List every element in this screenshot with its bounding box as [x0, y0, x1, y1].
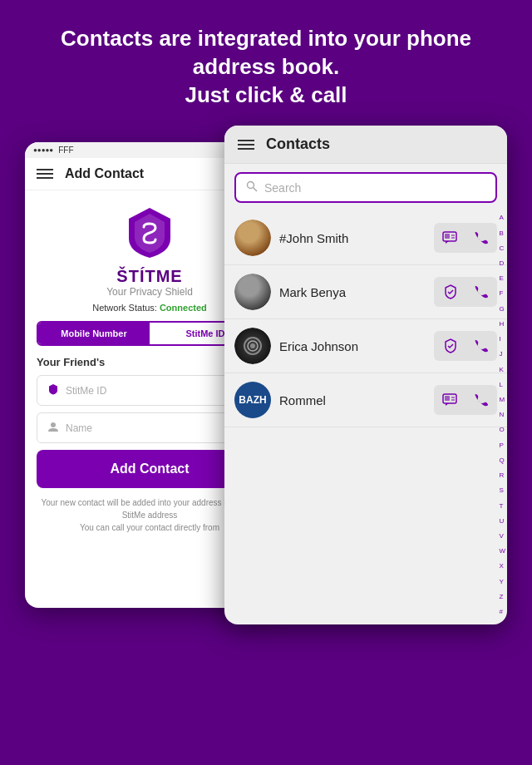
header-title: Contacts are integrated into your phone … — [61, 26, 471, 107]
shield-icon — [439, 280, 462, 304]
network-status-label: Network Status: — [92, 303, 157, 313]
right-phone: Contacts Search #John Smith — [224, 126, 507, 624]
contact-actions — [434, 385, 497, 415]
alpha-g[interactable]: G — [499, 306, 505, 313]
friends-label: Your Friend's — [37, 356, 105, 368]
alpha-n[interactable]: N — [499, 412, 505, 418]
alpha-r[interactable]: R — [499, 472, 505, 479]
search-placeholder: Search — [264, 181, 301, 195]
svg-point-9 — [250, 343, 255, 348]
phones-container: ●●●●● FFF ☁ 100% ▮ Add Contact — [25, 126, 507, 658]
call-button[interactable] — [469, 280, 492, 304]
svg-point-1 — [248, 182, 254, 189]
svg-rect-4 — [445, 234, 450, 239]
bazh-badge: BAZH — [234, 382, 271, 418]
call-button[interactable] — [469, 388, 492, 412]
person-icon — [47, 421, 59, 435]
list-item: Erica Johnson — [224, 319, 507, 373]
alpha-d[interactable]: D — [499, 260, 505, 267]
left-nav-title: Add Contact — [65, 166, 144, 181]
call-button[interactable] — [469, 334, 492, 358]
status-dots: ●●●●● FFF — [33, 146, 74, 155]
chat-button[interactable] — [439, 226, 462, 249]
avatar-image-john — [234, 220, 271, 256]
shield-icon — [439, 334, 462, 358]
alpha-z[interactable]: Z — [499, 594, 505, 600]
contact-actions — [434, 277, 497, 307]
avatar-image-erica — [234, 328, 271, 364]
contacts-list: #John Smith — [224, 211, 507, 619]
svg-point-0 — [51, 422, 56, 427]
avatar — [234, 220, 271, 256]
alpha-a[interactable]: A — [499, 215, 505, 221]
chat-button[interactable] — [439, 388, 462, 412]
alpha-e[interactable]: E — [499, 275, 505, 282]
contacts-title: Contacts — [266, 136, 330, 153]
call-button[interactable] — [469, 226, 492, 249]
hamburger-line — [238, 148, 254, 150]
svg-rect-11 — [445, 396, 450, 401]
avatar — [234, 274, 271, 310]
network-status: Network Status: Connected — [92, 303, 207, 313]
svg-line-2 — [254, 188, 258, 192]
contact-actions — [434, 223, 497, 253]
alpha-j[interactable]: J — [499, 351, 505, 358]
alpha-m[interactable]: M — [499, 397, 505, 403]
hamburger-menu-right[interactable] — [238, 140, 254, 150]
alpha-o[interactable]: O — [499, 427, 505, 433]
hamburger-line — [37, 173, 53, 175]
list-item: #John Smith — [224, 211, 507, 265]
name-placeholder: Name — [66, 422, 92, 434]
alpha-hash[interactable]: # — [499, 609, 505, 615]
stitme-placeholder: StitMe ID — [66, 385, 106, 397]
app-tagline: Your Privacy Shield — [106, 286, 193, 298]
avatar — [234, 328, 271, 364]
alpha-y[interactable]: Y — [499, 579, 505, 585]
alpha-b[interactable]: B — [499, 230, 505, 237]
shield-logo — [121, 204, 179, 262]
hamburger-line — [37, 169, 53, 170]
app-name: ŠTÍTME — [116, 267, 182, 286]
alpha-u[interactable]: U — [499, 518, 505, 525]
alpha-p[interactable]: P — [499, 442, 505, 449]
hamburger-line — [238, 144, 254, 146]
tab-mobile-number[interactable]: Mobile Number — [38, 323, 150, 344]
alpha-h[interactable]: H — [499, 321, 505, 328]
alpha-t[interactable]: T — [499, 503, 505, 510]
avatar: BAZH — [234, 382, 271, 418]
list-item: Mark Benya — [224, 265, 507, 319]
list-item: BAZH Rommel — [224, 373, 507, 427]
contact-name: Mark Benya — [279, 285, 426, 299]
hamburger-line — [238, 140, 254, 141]
carrier-label: FFF — [58, 146, 73, 155]
shield-small-icon — [47, 383, 59, 397]
search-bar[interactable]: Search — [234, 172, 497, 203]
alpha-q[interactable]: Q — [499, 457, 505, 464]
contact-name: #John Smith — [279, 231, 426, 245]
avatar-image-mark — [234, 274, 271, 310]
contact-actions — [434, 331, 497, 361]
alpha-w[interactable]: W — [499, 548, 505, 555]
contact-name: Rommel — [279, 393, 426, 407]
alpha-s[interactable]: S — [499, 487, 505, 494]
contacts-nav: Contacts — [224, 126, 507, 164]
hamburger-line — [37, 177, 53, 179]
contact-name: Erica Johnson — [279, 339, 426, 353]
hamburger-menu-left[interactable] — [37, 169, 53, 179]
alphabet-index[interactable]: A B C D E F G H I J K L M N O P Q R S T — [499, 211, 505, 619]
header-text: Contacts are integrated into your phone … — [0, 0, 532, 126]
alpha-x[interactable]: X — [499, 563, 505, 570]
network-status-value: Connected — [160, 303, 207, 313]
alpha-i[interactable]: I — [499, 336, 505, 343]
alpha-k[interactable]: K — [499, 367, 505, 373]
search-icon — [246, 180, 258, 195]
alpha-c[interactable]: C — [499, 245, 505, 252]
alpha-l[interactable]: L — [499, 382, 505, 388]
alpha-v[interactable]: V — [499, 533, 505, 540]
alpha-f[interactable]: F — [499, 290, 505, 297]
